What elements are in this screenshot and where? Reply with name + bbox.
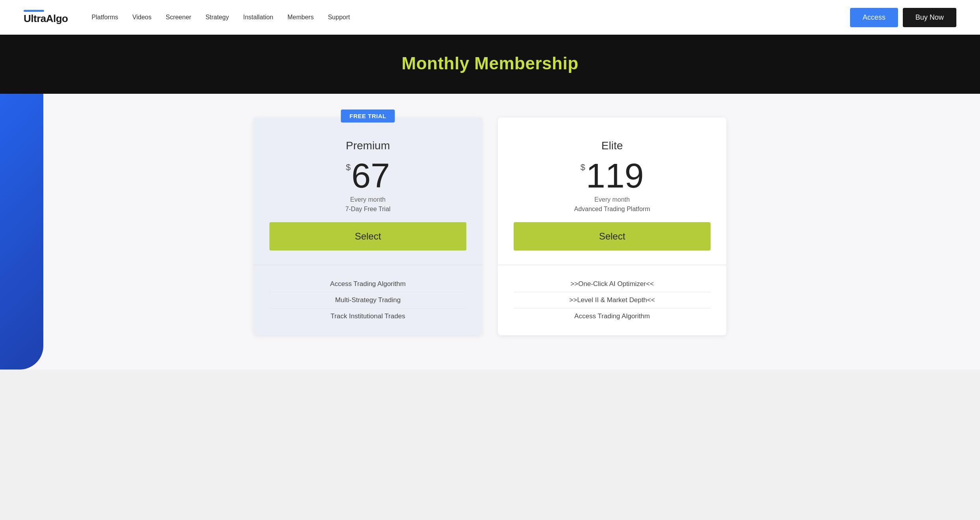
nav-strategy[interactable]: Strategy: [206, 14, 229, 21]
main-content: FREE TRIAL Premium $ 67 Every month 7-Da…: [0, 94, 980, 370]
plan-card-elite: Elite $ 119 Every month Advanced Trading…: [498, 117, 726, 335]
price-dollar-elite: $: [580, 162, 585, 173]
buynow-button[interactable]: Buy Now: [903, 8, 956, 27]
price-period-premium: Every month: [269, 196, 466, 203]
nav-support[interactable]: Support: [328, 14, 350, 21]
price-note-elite: Advanced Trading Platform: [514, 206, 711, 213]
free-trial-badge: FREE TRIAL: [341, 110, 395, 123]
nav-installation[interactable]: Installation: [243, 14, 273, 21]
logo: UltraAlgo: [24, 10, 68, 25]
navbar: UltraAlgo Platforms Videos Screener Stra…: [0, 0, 980, 35]
logo-text: UltraAlgo: [24, 13, 68, 25]
price-period-elite: Every month: [514, 196, 711, 203]
feature-elite-3: Access Trading Algorithm: [514, 308, 711, 324]
price-amount-premium: 67: [351, 158, 390, 193]
hero-banner: Monthly Membership: [0, 35, 980, 94]
feature-premium-2: Multi-Strategy Trading: [269, 292, 466, 308]
nav-actions: Access Buy Now: [850, 8, 956, 27]
feature-premium-3: Track Institutional Trades: [269, 308, 466, 324]
feature-elite-1: >>One-Click AI Optimizer<<: [514, 276, 711, 292]
left-decoration: [0, 94, 43, 370]
select-button-premium[interactable]: Select: [269, 222, 466, 251]
nav-links: Platforms Videos Screener Strategy Insta…: [92, 14, 850, 21]
price-wrap-elite: $ 119: [514, 158, 711, 193]
logo-bar: [24, 10, 44, 12]
access-button[interactable]: Access: [850, 8, 898, 27]
plan-card-premium: FREE TRIAL Premium $ 67 Every month 7-Da…: [254, 117, 482, 335]
price-wrap-premium: $ 67: [269, 158, 466, 193]
price-note-premium: 7-Day Free Trial: [269, 206, 466, 213]
plans-container: FREE TRIAL Premium $ 67 Every month 7-Da…: [47, 117, 933, 335]
feature-premium-1: Access Trading Algorithm: [269, 276, 466, 292]
nav-platforms[interactable]: Platforms: [92, 14, 119, 21]
plan-name-elite: Elite: [514, 139, 711, 152]
plan-bottom-elite: >>One-Click AI Optimizer<< >>Level II & …: [498, 265, 726, 335]
nav-videos[interactable]: Videos: [132, 14, 152, 21]
price-dollar-premium: $: [346, 162, 351, 173]
plan-bottom-premium: Access Trading Algorithm Multi-Strategy …: [254, 265, 482, 335]
select-button-elite[interactable]: Select: [514, 222, 711, 251]
nav-screener[interactable]: Screener: [166, 14, 191, 21]
plan-top-premium: FREE TRIAL Premium $ 67 Every month 7-Da…: [254, 117, 482, 265]
plan-top-elite: Elite $ 119 Every month Advanced Trading…: [498, 117, 726, 265]
plan-name-premium: Premium: [269, 139, 466, 152]
price-amount-elite: 119: [586, 158, 644, 193]
hero-title: Monthly Membership: [0, 54, 980, 73]
feature-elite-2: >>Level II & Market Depth<<: [514, 292, 711, 308]
nav-members[interactable]: Members: [288, 14, 314, 21]
